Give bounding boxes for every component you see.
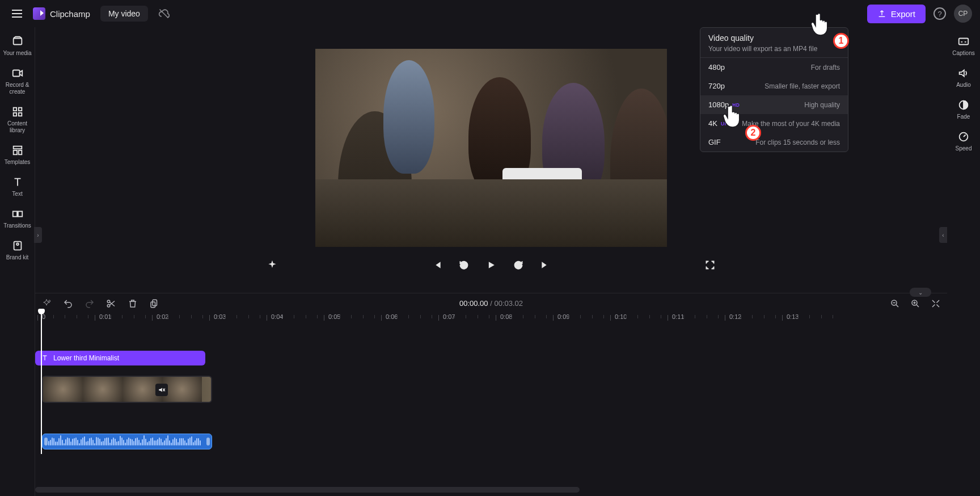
tutorial-pointer-2: 2 — [720, 102, 746, 132]
ruler-mark: 0:07 — [443, 313, 455, 320]
svg-rect-7 — [13, 150, 16, 154]
delete-icon[interactable] — [127, 298, 138, 309]
sidebar-item-fade[interactable]: Fade — [949, 94, 978, 126]
timeline-ruler[interactable]: 00:010:020:030:040:050:060:070:080:090:1… — [35, 313, 947, 327]
ruler-mark: 0:13 — [787, 313, 799, 320]
svg-rect-2 — [13, 108, 16, 111]
project-title-field[interactable]: My video — [100, 6, 148, 22]
svg-rect-6 — [13, 146, 22, 149]
svg-rect-9 — [12, 211, 16, 216]
ruler-mark: 0:08 — [500, 313, 512, 320]
zoom-in-icon[interactable] — [910, 298, 921, 309]
brand[interactable]: Clipchamp — [33, 7, 90, 20]
seek-back-button[interactable]: 5 — [458, 259, 470, 271]
sidebar-item-speed[interactable]: Speed — [949, 126, 978, 158]
ruler-mark: 0:06 — [386, 313, 398, 320]
ruler-mark: 0:02 — [157, 313, 168, 320]
clipchamp-logo-icon — [33, 7, 45, 20]
sidebar-item-text[interactable]: Text — [2, 171, 33, 203]
export-popover-subtitle: Your video will export as an MP4 file — [708, 45, 840, 53]
export-button[interactable]: Export — [867, 5, 926, 23]
svg-rect-1 — [12, 70, 19, 77]
seek-forward-button[interactable]: 5 — [513, 259, 524, 271]
export-quality-option-gif[interactable]: GIFFor clips 15 seconds or less — [700, 133, 848, 152]
ruler-mark: 0:10 — [615, 313, 627, 320]
add-clip-icon[interactable] — [41, 298, 52, 309]
ruler-mark: 0:09 — [557, 313, 569, 320]
skip-forward-button[interactable] — [540, 259, 551, 271]
playhead[interactable] — [41, 312, 42, 454]
fullscreen-button[interactable] — [704, 259, 716, 271]
svg-rect-0 — [13, 39, 22, 45]
fit-timeline-icon[interactable] — [930, 298, 941, 309]
video-preview[interactable] — [315, 49, 667, 247]
text-clip-label: Lower third Minimalist — [53, 354, 119, 362]
play-button[interactable] — [485, 259, 497, 271]
ruler-mark: 0:03 — [214, 313, 226, 320]
time-display: 00:00.00 / 00:03.02 — [459, 299, 523, 308]
svg-rect-5 — [18, 113, 22, 116]
sidebar-item-templates[interactable]: Templates — [2, 140, 33, 171]
ruler-mark: 0:11 — [672, 313, 684, 320]
user-avatar[interactable]: CP — [954, 5, 972, 23]
svg-rect-10 — [18, 211, 22, 216]
export-button-label: Export — [891, 9, 915, 19]
sidebar-item-record-create[interactable]: Record & create — [2, 62, 33, 101]
tutorial-pointer-1: 1 — [808, 10, 834, 40]
sidebar-item-content-library[interactable]: Content library — [2, 101, 33, 140]
sidebar-item-transitions[interactable]: Transitions — [2, 203, 33, 235]
zoom-out-icon[interactable] — [889, 298, 901, 309]
ruler-mark: 0:01 — [99, 313, 111, 320]
sync-status-icon[interactable] — [155, 5, 173, 23]
timeline-scrollbar[interactable] — [35, 487, 580, 493]
svg-point-12 — [16, 243, 19, 245]
sidebar-item-brand-kit[interactable]: Brand kit — [2, 235, 33, 267]
timeline-tracks: Lower third Minimalist — [35, 335, 947, 496]
ruler-mark: 0:12 — [729, 313, 741, 320]
help-icon[interactable]: ? — [933, 7, 946, 20]
ruler-mark: 0:05 — [328, 313, 340, 320]
svg-rect-3 — [18, 108, 22, 111]
svg-point-16 — [49, 300, 50, 302]
mute-clip-icon[interactable] — [155, 384, 168, 396]
ruler-mark: 0:04 — [271, 313, 283, 320]
video-clip[interactable] — [42, 376, 212, 403]
left-sidebar: Your media Record & create Content libra… — [0, 27, 35, 496]
right-sidebar: Captions Audio Fade Speed — [947, 27, 980, 158]
duplicate-icon[interactable] — [149, 298, 160, 309]
export-quality-popover: Video quality Your video will export as … — [700, 27, 848, 152]
brand-label: Clipchamp — [50, 9, 90, 19]
sidebar-item-your-media[interactable]: Your media — [2, 31, 33, 62]
playback-controls: 5 5 — [35, 259, 947, 271]
undo-icon[interactable] — [62, 298, 74, 309]
audio-clip[interactable] — [42, 434, 212, 449]
svg-rect-8 — [18, 150, 22, 154]
ai-sparkle-icon[interactable] — [267, 259, 278, 271]
export-quality-option-480p[interactable]: 480pFor drafts — [700, 58, 848, 77]
sidebar-item-captions[interactable]: Captions — [949, 31, 978, 62]
skip-back-button[interactable] — [431, 259, 442, 271]
sidebar-item-audio[interactable]: Audio — [949, 62, 978, 94]
hamburger-menu-icon[interactable] — [8, 5, 26, 23]
collapse-timeline-button[interactable]: ⌄ — [910, 288, 931, 297]
ruler-mark: 0 — [42, 313, 45, 320]
redo-icon[interactable] — [84, 298, 95, 309]
split-icon[interactable] — [105, 298, 117, 309]
timeline-toolbar: ⌄ 00:00.00 / 00:03.02 — [35, 293, 947, 313]
text-clip[interactable]: Lower third Minimalist — [35, 351, 205, 365]
svg-rect-13 — [959, 39, 969, 45]
svg-rect-4 — [13, 113, 16, 116]
export-quality-option-720p[interactable]: 720pSmaller file, faster export — [700, 77, 848, 95]
